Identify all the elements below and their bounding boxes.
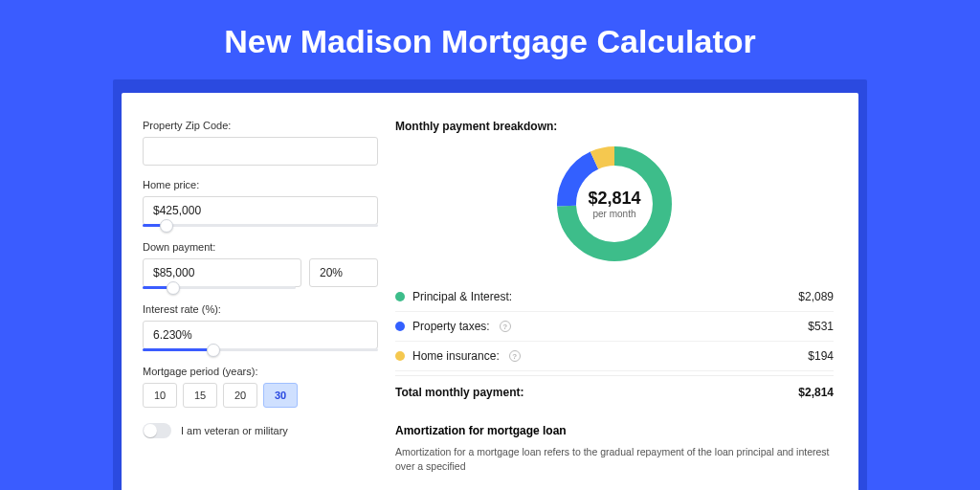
outer-band: Property Zip Code: Home price: Down paym… [113,79,867,490]
period-btn-15[interactable]: 15 [183,383,217,408]
period-button-row: 10 15 20 30 [143,383,378,408]
rate-input[interactable] [143,321,378,349]
amortization-text: Amortization for a mortgage loan refers … [395,445,834,473]
price-input[interactable] [143,196,378,225]
legend-row-taxes: Property taxes: ? $531 [395,312,834,342]
legend-row-insurance: Home insurance: ? $194 [395,342,834,371]
legend-value-taxes: $531 [808,320,834,333]
breakdown-panel: Monthly payment breakdown: $2,814 per mo… [395,120,837,490]
calculator-card: Property Zip Code: Home price: Down paym… [122,93,858,490]
period-btn-10[interactable]: 10 [143,383,177,408]
legend-row-principal: Principal & Interest: $2,089 [395,282,834,312]
zip-label: Property Zip Code: [143,120,378,131]
rate-slider[interactable] [143,348,378,352]
form-panel: Property Zip Code: Home price: Down paym… [143,120,378,490]
veteran-label: I am veteran or military [181,425,288,436]
amortization-title: Amortization for mortgage loan [395,424,834,437]
period-btn-20[interactable]: 20 [223,383,257,408]
donut-center-value: $2,814 [588,189,640,209]
period-label: Mortgage period (years): [143,366,378,377]
down-pct-input[interactable] [309,258,378,287]
info-icon[interactable]: ? [500,321,511,332]
zip-input[interactable] [143,137,378,166]
legend-dot-insurance [395,351,405,361]
legend-label-insurance: Home insurance: [412,349,500,363]
page-title: New Madison Mortgage Calculator [0,0,980,79]
total-label: Total monthly payment: [395,386,523,399]
legend-dot-principal [395,292,405,301]
legend-label-principal: Principal & Interest: [412,290,512,303]
legend-label-taxes: Property taxes: [412,320,490,333]
price-label: Home price: [143,179,378,190]
price-slider[interactable] [143,224,378,228]
legend-dot-taxes [395,322,405,331]
down-slider[interactable] [143,286,296,290]
legend-value-principal: $2,089 [798,290,834,303]
veteran-toggle[interactable] [143,423,171,438]
legend-value-insurance: $194 [808,349,834,363]
down-label: Down payment: [143,241,378,253]
rate-label: Interest rate (%): [143,303,378,315]
payment-donut-chart: $2,814 per month [553,143,676,265]
down-amount-input[interactable] [143,258,301,287]
donut-center-sub: per month [592,209,635,219]
period-btn-30[interactable]: 30 [263,383,298,408]
info-icon[interactable]: ? [509,350,521,362]
breakdown-title: Monthly payment breakdown: [395,120,834,133]
total-value: $2,814 [798,386,834,399]
